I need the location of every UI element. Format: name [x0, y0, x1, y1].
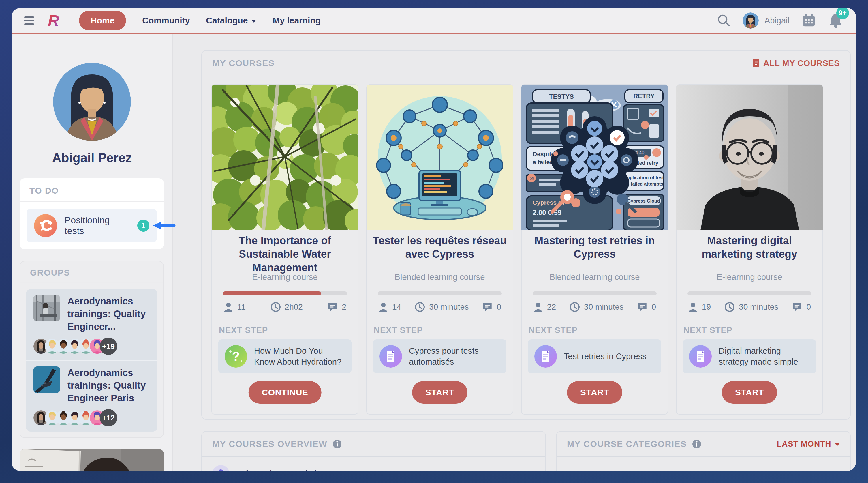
course-image-retry-infographic: TESTYS Despite to flaky CI a failed atte…: [521, 85, 668, 230]
svg-text:59: 59: [530, 176, 534, 181]
svg-text:R: R: [48, 12, 59, 29]
todo-item-label: Positioning tests: [65, 215, 130, 236]
info-icon[interactable]: [333, 440, 342, 449]
todo-count-badge: 1: [137, 219, 149, 232]
annotation-arrow-icon: [151, 221, 176, 230]
person-icon: [378, 302, 388, 312]
course-card-digital-marketing[interactable]: Mastering digital marketing strategy E-l…: [676, 84, 823, 415]
course-image-forest: [212, 85, 358, 230]
nav-tab-my-learning[interactable]: My learning: [273, 16, 321, 25]
group-title: Aerodynamics trainings: Quality Engineer…: [67, 295, 150, 333]
group-members: +19: [33, 338, 150, 355]
clock-icon: [271, 302, 281, 312]
comments-stat: 0: [482, 302, 501, 312]
video-thumbnail-teacher[interactable]: [20, 449, 164, 471]
my-courses-title: MY COURSES: [212, 58, 275, 68]
courses-overview-panel: MY COURSES OVERVIEW: [201, 431, 546, 471]
chevron-down-icon: [251, 20, 256, 23]
calendar-icon[interactable]: [802, 13, 816, 28]
next-step-item[interactable]: Test retries in Cypress: [528, 339, 661, 373]
completed-courses-stat: 2 formations terminées: [202, 457, 545, 471]
period-filter-dropdown[interactable]: LAST MONTH: [777, 440, 840, 449]
duration-stat: 2h02: [271, 302, 303, 312]
stat-text: 2 formations terminées: [238, 469, 326, 471]
svg-text:?: ?: [232, 349, 240, 363]
document-icon: [689, 345, 712, 368]
groups-title: GROUPS: [20, 262, 163, 282]
sparkles-icon: [34, 214, 57, 237]
group-thumbnail-airplane: [33, 366, 60, 393]
comments-stat: 0: [792, 302, 811, 312]
person-icon: [688, 302, 698, 312]
chevron-down-icon: [835, 443, 840, 446]
next-step-label: NEXT STEP: [374, 326, 423, 335]
course-title: Mastering test retries in Cypress: [527, 234, 662, 261]
start-button[interactable]: START: [567, 381, 622, 404]
notification-count-badge: 9+: [836, 8, 849, 19]
course-type: Blended learning course: [522, 272, 668, 282]
comment-icon: [637, 302, 647, 312]
comment-icon: [792, 302, 802, 312]
todo-item-positioning-tests[interactable]: Positioning tests 1: [27, 209, 157, 242]
learners-stat: 19: [688, 302, 711, 312]
progress-bar: [223, 292, 347, 296]
nav-tab-community[interactable]: Community: [142, 16, 190, 25]
progress-bar: [533, 292, 657, 296]
my-courses-panel: MY COURSES ALL MY COURSES: [201, 50, 851, 420]
next-step-item[interactable]: Digital marketing strategy made simple: [683, 339, 816, 373]
clock-icon: [724, 302, 735, 312]
next-step-item[interactable]: ? How Much Do You Know About Hydration?: [218, 339, 351, 373]
duration-stat: 30 minutes: [724, 302, 778, 312]
next-step-item[interactable]: Cypress pour tests automatisés: [373, 339, 506, 373]
comments-stat: 0: [637, 302, 656, 312]
nav-tab-home[interactable]: Home: [79, 11, 126, 30]
group-thumbnail-factory: [33, 295, 60, 322]
course-card-test-retries[interactable]: TESTYS Despite to flaky CI a failed atte…: [521, 84, 668, 415]
todo-card: TO DO Positioning tests 1: [20, 178, 164, 249]
continue-button[interactable]: CONTINUE: [249, 381, 321, 404]
all-my-courses-link[interactable]: ALL MY COURSES: [752, 59, 840, 68]
clock-icon: [569, 302, 580, 312]
sidebar: Abigail Perez TO DO Positioning tests 1: [11, 34, 173, 471]
brand-logo[interactable]: R: [47, 11, 62, 29]
course-card-water-management[interactable]: The Importance of Sustainable Water Mana…: [211, 84, 359, 415]
profile-avatar[interactable]: [53, 63, 131, 141]
medal-icon: [212, 465, 229, 471]
course-title: Tester les requêtes réseau avec Cypress: [372, 234, 507, 261]
notifications-button[interactable]: 9+: [828, 12, 843, 29]
course-image-network-diagram: [367, 85, 513, 230]
categories-title: MY COURSE CATEGORIES: [567, 439, 701, 449]
profile-name: Abigail Perez: [11, 151, 173, 165]
user-name: Abigail: [765, 16, 789, 25]
user-menu[interactable]: Abigail: [743, 12, 789, 29]
group-item-quality-engineer[interactable]: Aerodynamics trainings: Quality Engineer…: [26, 289, 157, 360]
divider: [20, 282, 163, 283]
comments-stat: 2: [327, 302, 346, 312]
next-step-label: NEXT STEP: [529, 326, 578, 335]
group-more-members-badge: +19: [100, 338, 117, 355]
document-icon: [379, 345, 402, 368]
learners-stat: 22: [533, 302, 556, 312]
duration-stat: 30 minutes: [415, 302, 469, 312]
group-item-quality-engineer-paris[interactable]: Aerodynamics trainings: Quality Engineer…: [26, 360, 157, 432]
document-icon: [534, 345, 557, 368]
course-image-portrait: [676, 85, 823, 230]
start-button[interactable]: START: [412, 381, 467, 404]
nav-tab-catalogue[interactable]: Catalogue: [206, 16, 256, 25]
group-more-members-badge: +12: [100, 409, 117, 426]
divider: [557, 456, 850, 457]
learners-stat: 11: [223, 302, 246, 312]
info-icon[interactable]: [692, 440, 701, 449]
hamburger-menu-icon[interactable]: [24, 17, 34, 25]
groups-card: GROUPS: [20, 261, 164, 438]
course-card-cypress-network[interactable]: Tester les requêtes réseau avec Cypress …: [366, 84, 513, 415]
start-button[interactable]: START: [722, 381, 777, 404]
main-content: MY COURSES ALL MY COURSES: [173, 34, 856, 471]
next-step-label: NEXT STEP: [219, 326, 268, 335]
course-title: Mastering digital marketing strategy: [682, 234, 817, 261]
search-icon[interactable]: [717, 14, 731, 27]
divider: [20, 202, 164, 202]
top-navbar: R Home Community Catalogue My learning: [11, 8, 856, 34]
svg-text:be failed attempts: be failed attempts: [624, 181, 663, 186]
progress-bar: [378, 292, 502, 296]
